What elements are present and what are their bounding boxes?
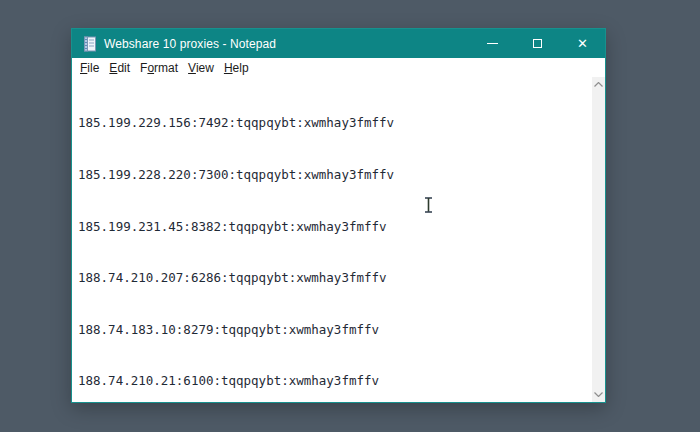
- menu-item-format[interactable]: Format: [135, 61, 183, 75]
- maximize-button[interactable]: [515, 29, 560, 58]
- text-area[interactable]: 185.199.229.156:7492:tqqpqybt:xwmhay3fmf…: [72, 77, 592, 402]
- desktop-background: Webshare 10 proxies - Notepad ✕ File Edi…: [0, 0, 700, 432]
- text-line: 185.199.228.220:7300:tqqpqybt:xwmhay3fmf…: [78, 166, 592, 183]
- text-line: 188.74.210.21:6100:tqqpqybt:xwmhay3fmffv: [78, 372, 592, 389]
- close-button[interactable]: ✕: [560, 29, 605, 58]
- chevron-up-icon: [594, 82, 603, 87]
- caption-buttons: ✕: [470, 29, 605, 58]
- menu-bar: File Edit Format View Help: [72, 58, 605, 77]
- text-line: 188.74.183.10:8279:tqqpqybt:xwmhay3fmffv: [78, 321, 592, 338]
- text-line: 185.199.231.45:8382:tqqpqybt:xwmhay3fmff…: [78, 218, 592, 235]
- scroll-down-button[interactable]: [592, 387, 605, 402]
- scroll-up-button[interactable]: [592, 77, 605, 92]
- minimize-button[interactable]: [470, 29, 515, 58]
- notepad-icon: [82, 36, 97, 52]
- close-icon: ✕: [577, 37, 588, 50]
- editor-area: 185.199.229.156:7492:tqqpqybt:xwmhay3fmf…: [72, 77, 605, 402]
- minimize-icon: [487, 43, 498, 44]
- menu-item-help[interactable]: Help: [219, 61, 254, 75]
- chevron-down-icon: [594, 392, 603, 397]
- menu-item-view[interactable]: View: [183, 61, 219, 75]
- text-line: 185.199.229.156:7492:tqqpqybt:xwmhay3fmf…: [78, 114, 592, 131]
- menu-item-file[interactable]: File: [75, 61, 104, 75]
- menu-item-edit[interactable]: Edit: [104, 61, 135, 75]
- vertical-scrollbar[interactable]: [592, 77, 605, 402]
- notepad-window: Webshare 10 proxies - Notepad ✕ File Edi…: [71, 28, 606, 403]
- window-title: Webshare 10 proxies - Notepad: [104, 37, 276, 51]
- maximize-icon: [533, 39, 542, 48]
- title-bar[interactable]: Webshare 10 proxies - Notepad ✕: [72, 29, 605, 58]
- text-line: 188.74.210.207:6286:tqqpqybt:xwmhay3fmff…: [78, 269, 592, 286]
